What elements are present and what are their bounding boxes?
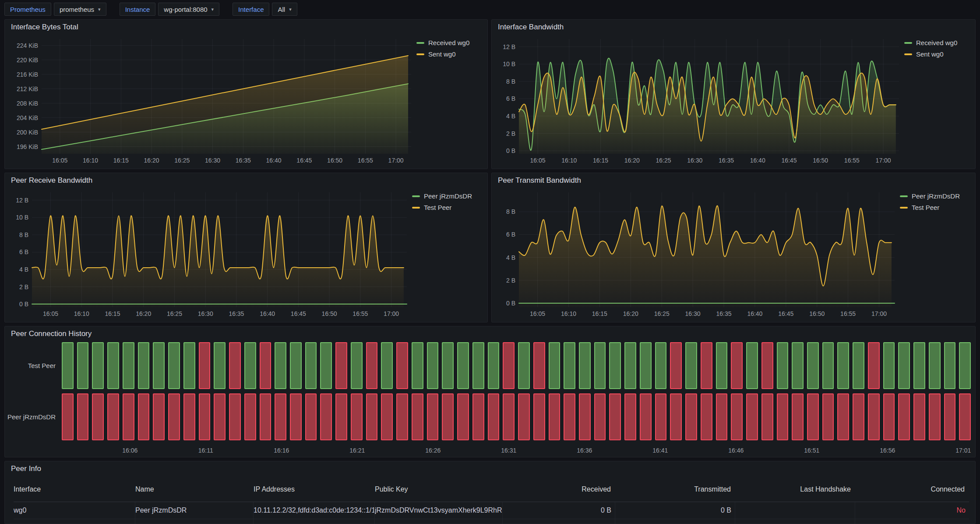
status-bar-disconnected[interactable]: [123, 393, 134, 440]
status-bar-disconnected[interactable]: [746, 393, 758, 440]
status-bar-connected[interactable]: [138, 342, 150, 389]
column-header-name[interactable]: Name: [135, 481, 254, 498]
status-bar-disconnected[interactable]: [396, 393, 408, 440]
status-bar-connected[interactable]: [442, 342, 454, 389]
status-bar-disconnected[interactable]: [260, 393, 271, 440]
status-bar-disconnected[interactable]: [168, 393, 180, 440]
status-bar-disconnected[interactable]: [792, 393, 804, 440]
status-bar-disconnected[interactable]: [518, 393, 530, 440]
status-bar-disconnected[interactable]: [92, 393, 104, 440]
status-bar-connected[interactable]: [457, 342, 469, 389]
status-bar-connected[interactable]: [929, 342, 941, 389]
status-bar-disconnected[interactable]: [199, 342, 211, 389]
chart-plot-area[interactable]: 224 KiB220 KiB216 KiB212 KiB208 KiB204 K…: [7, 35, 415, 166]
status-bar-connected[interactable]: [244, 342, 256, 389]
legend-item-test-peer[interactable]: Test Peer: [900, 204, 970, 211]
time-series-chart[interactable]: 0 B2 B4 B6 B8 B10 B12 B16:0516:1016:1516…: [7, 188, 410, 319]
status-bar-connected[interactable]: [92, 342, 104, 389]
status-bar-disconnected[interactable]: [229, 393, 241, 440]
status-bar-connected[interactable]: [655, 342, 667, 389]
status-bar-disconnected[interactable]: [913, 393, 925, 440]
legend-item-peer-jrzmdsdr[interactable]: Peer jRzmDsDR: [900, 192, 970, 200]
status-bar-disconnected[interactable]: [335, 342, 347, 389]
status-bar-connected[interactable]: [898, 342, 910, 389]
status-bar-disconnected[interactable]: [929, 393, 941, 440]
status-bar-connected[interactable]: [123, 342, 134, 389]
status-bar-connected[interactable]: [472, 342, 484, 389]
status-bar-disconnected[interactable]: [533, 342, 545, 389]
status-bar-disconnected[interactable]: [624, 393, 636, 440]
status-bar-disconnected[interactable]: [153, 393, 165, 440]
status-bar-connected[interactable]: [822, 342, 834, 389]
column-header-last-handshake[interactable]: Last Handshake: [735, 481, 855, 498]
status-bar-connected[interactable]: [579, 342, 591, 389]
panel-title[interactable]: Peer Transmit Bandwidth: [492, 173, 975, 188]
column-header-public-key[interactable]: Public Key: [375, 481, 503, 498]
status-bar-disconnected[interactable]: [761, 393, 773, 440]
status-bar-disconnected[interactable]: [944, 393, 956, 440]
status-bar-connected[interactable]: [837, 342, 849, 389]
status-bar-disconnected[interactable]: [320, 393, 332, 440]
status-bar-connected[interactable]: [488, 342, 500, 389]
status-bar-disconnected[interactable]: [290, 393, 302, 440]
status-bar-connected[interactable]: [168, 342, 180, 389]
variable-value-instance-dropdown[interactable]: wg-portal:8080▾: [158, 3, 219, 16]
legend-item-test-peer[interactable]: Test Peer: [412, 204, 482, 211]
status-bar-disconnected[interactable]: [731, 342, 743, 389]
status-bar-connected[interactable]: [183, 342, 195, 389]
status-bar-connected[interactable]: [275, 342, 286, 389]
status-bar-disconnected[interactable]: [761, 342, 773, 389]
panel-title[interactable]: Peer Info: [5, 461, 975, 476]
status-bar-connected[interactable]: [564, 342, 575, 389]
time-series-chart[interactable]: 0 B2 B4 B6 B8 B16:0516:1016:1516:2016:25…: [494, 188, 898, 319]
status-bar-disconnected[interactable]: [305, 393, 317, 440]
status-bar-connected[interactable]: [290, 342, 302, 389]
status-bar-disconnected[interactable]: [138, 393, 150, 440]
status-bar-disconnected[interactable]: [716, 393, 728, 440]
panel-title[interactable]: Peer Receive Bandwidth: [5, 173, 487, 188]
status-bar-connected[interactable]: [807, 342, 819, 389]
legend-item-sent-wg0[interactable]: Sent wg0: [416, 50, 482, 58]
status-bar-disconnected[interactable]: [701, 342, 712, 389]
status-bar-connected[interactable]: [549, 342, 561, 389]
status-bar-disconnected[interactable]: [579, 393, 591, 440]
status-bar-disconnected[interactable]: [655, 393, 667, 440]
status-bar-disconnected[interactable]: [837, 393, 849, 440]
legend-item-received-wg0[interactable]: Received wg0: [904, 39, 970, 46]
status-bar-connected[interactable]: [640, 342, 652, 389]
status-bar-disconnected[interactable]: [883, 393, 895, 440]
column-header-connected[interactable]: Connected: [855, 481, 969, 498]
status-bar-disconnected[interactable]: [366, 342, 378, 389]
status-bar-connected[interactable]: [412, 342, 423, 389]
status-bar-disconnected[interactable]: [442, 393, 454, 440]
status-bar-connected[interactable]: [351, 342, 363, 389]
status-bar-connected[interactable]: [609, 342, 621, 389]
status-bar-disconnected[interactable]: [62, 393, 74, 440]
column-header-received[interactable]: Received: [503, 481, 615, 498]
status-bar-disconnected[interactable]: [214, 393, 226, 440]
chart-plot-area[interactable]: 0 B2 B4 B6 B8 B10 B12 B16:0516:1016:1516…: [7, 188, 410, 319]
legend-item-peer-jrzmdsdr[interactable]: Peer jRzmDsDR: [412, 192, 482, 200]
legend-item-received-wg0[interactable]: Received wg0: [416, 39, 482, 46]
column-header-transmitted[interactable]: Transmitted: [615, 481, 735, 498]
time-series-chart[interactable]: 0 B2 B4 B6 B8 B10 B12 B16:0516:1016:1516…: [494, 35, 902, 166]
status-bar-disconnected[interactable]: [260, 342, 271, 389]
chart-plot-area[interactable]: 0 B2 B4 B6 B8 B16:0516:1016:1516:2016:25…: [494, 188, 898, 319]
status-bar-disconnected[interactable]: [594, 393, 606, 440]
status-bar-connected[interactable]: [944, 342, 956, 389]
status-bar-connected[interactable]: [107, 342, 119, 389]
status-bar-disconnected[interactable]: [731, 393, 743, 440]
status-bar-disconnected[interactable]: [275, 393, 286, 440]
status-bar-disconnected[interactable]: [351, 393, 363, 440]
status-bar-connected[interactable]: [305, 342, 317, 389]
status-bar-connected[interactable]: [77, 342, 89, 389]
status-bar-connected[interactable]: [153, 342, 165, 389]
status-bar-disconnected[interactable]: [670, 393, 682, 440]
status-bar-connected[interactable]: [777, 342, 789, 389]
panel-title[interactable]: Interface Bandwidth: [492, 20, 975, 35]
status-bar-disconnected[interactable]: [853, 393, 864, 440]
status-bar-connected[interactable]: [518, 342, 530, 389]
status-bar-connected[interactable]: [62, 342, 74, 389]
status-bar-connected[interactable]: [913, 342, 925, 389]
status-bar-disconnected[interactable]: [366, 393, 378, 440]
